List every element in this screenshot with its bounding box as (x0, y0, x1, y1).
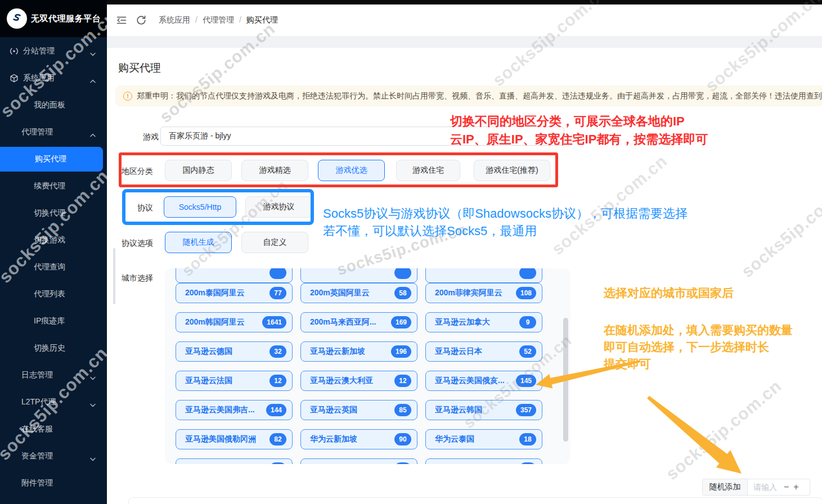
top-strip (0, 0, 822, 4)
city-count-badge: 85 (394, 404, 411, 416)
city-count-badge: 1641 (262, 316, 286, 328)
plus-button[interactable]: + (793, 482, 798, 492)
city-count-badge: 108 (516, 287, 536, 299)
city-button[interactable]: 华为云泰国 18 (425, 429, 542, 449)
city-name: 亚马逊云澳大利亚 (310, 376, 373, 386)
sidebar: 无双代理服务平台 分站管理 系统应用 我的面板 代理管理 购买代理 续费代理 切… (0, 0, 107, 504)
form-scrollbar[interactable] (113, 248, 115, 304)
random-add-button[interactable]: 随机添加 (703, 479, 748, 495)
protocol-option-socks5[interactable]: Socks5/Http (164, 196, 236, 218)
city-button[interactable]: 200m英国阿里云 58 (300, 283, 417, 303)
city-name: 华为云新加坡 (310, 434, 357, 444)
city-button[interactable]: 亚马逊云澳大利亚 12 (300, 371, 417, 391)
city-button[interactable] (425, 458, 542, 464)
city-button[interactable] (176, 458, 293, 464)
city-count-badge: 196 (391, 345, 411, 358)
breadcrumb-item[interactable]: 系统应用 (159, 15, 190, 25)
content-card: 购买代理 ! 郑重申明：我们的节点代理仅支持游戏及电商，拒绝违法犯罪行为。禁止长… (107, 48, 822, 504)
chevron-down-icon (90, 400, 96, 409)
sidebar-nav: 分站管理 系统应用 我的面板 代理管理 购买代理 续费代理 切换代理 切换游戏 … (0, 38, 107, 497)
protocol-gen-custom[interactable]: 自定义 (241, 232, 308, 253)
sidebar-item-ip-trace[interactable]: IP痕迹库 (0, 308, 107, 335)
city-button[interactable]: 亚马逊云法国 12 (176, 371, 293, 391)
sidebar-item-proxy-mgmt[interactable]: 代理管理 (0, 119, 107, 146)
chevron-down-icon: ▾ (553, 133, 556, 140)
city-button[interactable]: 亚马逊云日本 52 (425, 341, 542, 362)
sidebar-item-my-panel[interactable]: 我的面板 (0, 92, 107, 119)
sidebar-item-switch-history[interactable]: 切换历史 (0, 335, 107, 362)
city-count-badge (394, 462, 411, 464)
chevron-down-icon (90, 373, 96, 382)
city-button[interactable]: 亚马逊云美国俄亥... 145 (425, 371, 542, 391)
protocol-option-game[interactable]: 游戏协议 (245, 196, 312, 218)
refresh-icon[interactable] (136, 15, 146, 25)
city-button[interactable]: 亚马逊云新加坡 196 (300, 341, 417, 362)
city-name: 亚马逊云美国弗吉... (185, 405, 255, 415)
sidebar-item-label: 在线客服 (21, 424, 53, 434)
quantity-input[interactable] (748, 479, 783, 495)
sidebar-item-label: L2TP代理 (21, 397, 56, 407)
region-option-game-residential[interactable]: 游戏住宅 (396, 160, 460, 181)
game-select[interactable]: 百家乐页游 - bjlyy ▾ (160, 127, 564, 146)
city-count-badge (269, 268, 286, 279)
quantity-stepper: − + (783, 479, 803, 495)
region-option-game-preferred[interactable]: 游戏优选 (318, 160, 385, 181)
city-grid-scrollbar[interactable] (563, 318, 568, 442)
chevron-down-icon (90, 49, 96, 58)
city-button[interactable]: 200m韩国阿里云 1641 (176, 312, 293, 332)
city-button[interactable]: 200m泰国阿里云 77 (176, 283, 293, 303)
city-button[interactable]: 亚马逊云德国 32 (176, 341, 293, 362)
city-button[interactable] (176, 268, 293, 283)
city-button[interactable]: 亚马逊美国俄勒冈洲 82 (176, 429, 293, 449)
breadcrumb-item[interactable]: 代理管理 (203, 15, 234, 25)
sidebar-item-proxy-query[interactable]: 代理查询 (0, 254, 107, 281)
sidebar-item-label: IP痕迹库 (34, 316, 65, 326)
city-button[interactable] (300, 458, 417, 464)
city-button[interactable]: 华为云新加坡 90 (300, 429, 417, 449)
sidebar-item-renew-proxy[interactable]: 续费代理 (0, 173, 107, 200)
sidebar-item-switch-proxy[interactable]: 切换代理 (0, 200, 107, 227)
sidebar-item-log-mgmt[interactable]: 日志管理 (0, 362, 107, 389)
next-section-edge (128, 497, 822, 504)
city-button[interactable]: 亚马逊云加拿大 9 (425, 312, 542, 332)
chevron-up-icon (90, 130, 96, 139)
city-button[interactable]: 亚马逊云英国 85 (300, 400, 417, 420)
protocol-gen-random[interactable]: 随机生成 (165, 232, 232, 253)
protocol-option-label: 协议选项 (117, 238, 153, 249)
city-button[interactable] (425, 268, 542, 283)
cluster-icon (10, 47, 19, 56)
sidebar-item-system-app[interactable]: 系统应用 (0, 65, 107, 92)
sidebar-item-online-support[interactable]: 在线客服 (0, 416, 107, 443)
sidebar-item-proxy-list[interactable]: 代理列表 (0, 281, 107, 308)
sidebar-item-funds-mgmt[interactable]: 资金管理 (0, 443, 107, 470)
region-option-game-select[interactable]: 游戏精选 (241, 160, 308, 181)
region-option-domestic-static[interactable]: 国内静态 (165, 160, 232, 181)
sidebar-item-label: 我的面板 (34, 100, 65, 110)
city-name: 亚马逊云韩国 (435, 405, 482, 415)
sidebar-item-switch-game[interactable]: 切换游戏 (0, 227, 107, 254)
city-count-badge (519, 462, 536, 464)
city-button[interactable]: 200m菲律宾阿里云 108 (425, 283, 542, 303)
city-name: 200m泰国阿里云 (185, 288, 245, 298)
minus-button[interactable]: − (784, 482, 789, 492)
city-count-badge (394, 268, 411, 279)
region-option-game-residential-recommended[interactable]: 游戏住宅(推荐) (474, 160, 550, 181)
city-count-badge: 82 (269, 433, 286, 446)
city-name: 200m菲律宾阿里云 (435, 288, 502, 298)
breadcrumb-current: 购买代理 (246, 15, 278, 25)
sidebar-item-buy-proxy[interactable]: 购买代理 (0, 147, 103, 172)
city-button[interactable]: 亚马逊云韩国 357 (425, 400, 542, 420)
city-button[interactable]: 亚马逊云美国弗吉... 144 (176, 400, 293, 420)
city-count-badge: 32 (269, 345, 286, 358)
logo-row: 无双代理服务平台 (0, 0, 107, 37)
menu-fold-icon[interactable] (116, 16, 127, 25)
city-name: 亚马逊美国俄勒冈洲 (185, 434, 256, 444)
city-name: 华为云泰国 (435, 434, 474, 444)
sidebar-item-l2tp-proxy[interactable]: L2TP代理 (0, 389, 107, 416)
city-button[interactable] (300, 268, 417, 283)
city-button[interactable]: 200m马来西亚阿... 169 (300, 312, 417, 332)
city-name: 亚马逊云德国 (185, 346, 232, 357)
sidebar-item-substation-mgmt[interactable]: 分站管理 (0, 38, 107, 65)
sidebar-item-attachment-mgmt[interactable]: 附件管理 (0, 470, 107, 497)
city-count-badge: 18 (519, 433, 536, 446)
